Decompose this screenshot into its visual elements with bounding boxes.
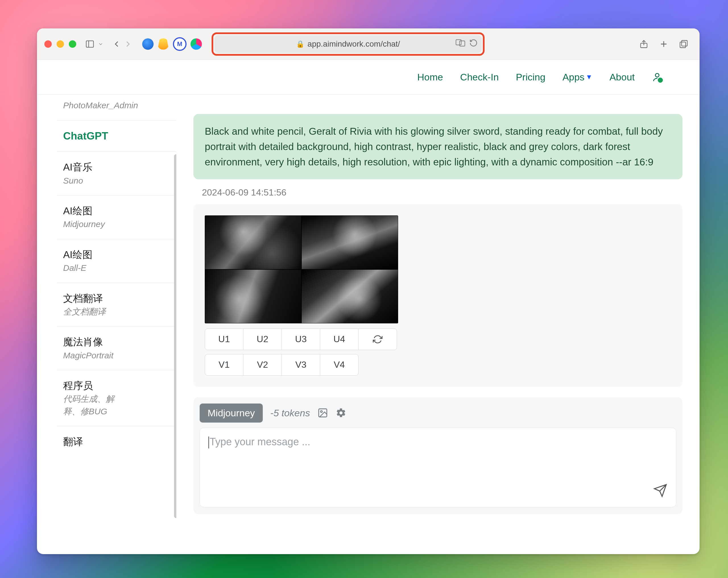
sidebar-toggle-group [84,38,104,50]
nav-home[interactable]: Home [417,72,443,83]
extension-icon-2[interactable] [158,38,169,50]
svg-rect-0 [86,40,94,47]
url-text: app.aimindwork.com/chat/ [307,39,400,49]
sidebar-item-sub: 全文档翻译 [63,305,114,318]
message-input[interactable]: Type your message ... [200,428,676,507]
nav-pricing[interactable]: Pricing [516,72,545,83]
image-upload-icon[interactable] [317,408,328,418]
u4-button[interactable]: U4 [320,329,359,350]
svg-rect-2 [456,40,461,45]
composer-toolbar: Midjourney -5 tokens [200,404,676,422]
svg-rect-7 [682,40,687,46]
image-variant-4[interactable] [302,269,398,323]
sidebar-item-title: 程序员 [63,379,170,392]
sidebar-item-sub: PhotoMaker_Admin [63,99,170,112]
text-caret [208,437,209,448]
sidebar-menu-chevron-icon[interactable] [97,38,104,50]
sidebar-item-title: ChatGPT [63,129,170,143]
svg-rect-3 [460,41,465,46]
sidebar-item-sub: MagicPortrait [63,349,114,362]
extension-icon-3[interactable]: M [173,37,186,51]
back-button[interactable] [111,38,122,50]
address-bar[interactable]: 🔒 app.aimindwork.com/chat/ [214,35,482,53]
sidebar-item-doctranslate[interactable]: 文档翻译 全文档翻译 [57,283,176,327]
image-variant-3[interactable] [205,269,302,323]
message-placeholder: Type your message ... [210,436,310,447]
forward-button[interactable] [122,38,134,50]
translate-icon[interactable] [456,39,465,49]
share-icon[interactable] [638,38,650,50]
send-button[interactable] [653,484,668,500]
sidebar-item-sub: Midjourney [63,218,114,230]
composer: Midjourney -5 tokens Type your message .… [193,397,682,514]
tabs-overview-icon[interactable] [678,38,689,50]
sidebar-item-title: AI绘图 [63,204,170,217]
response-card: U1 U2 U3 U4 V1 V2 V3 V4 [193,204,682,387]
status-dot-icon [657,77,664,84]
token-cost: -5 tokens [270,408,310,419]
message-timestamp: 2024-06-09 14:51:56 [202,187,682,198]
address-bar-highlight: 🔒 app.aimindwork.com/chat/ [212,32,485,56]
page-content: Home Check-In Pricing Apps▼ About PhotoM… [37,60,700,554]
reroll-button[interactable] [358,329,397,350]
v1-button[interactable]: V1 [205,354,243,376]
v2-button[interactable]: V2 [243,354,282,376]
sidebar-item-title: AI绘图 [63,248,170,261]
image-variant-2[interactable] [302,215,398,269]
reload-icon[interactable] [469,39,478,49]
sidebar-scrollbar[interactable] [174,154,176,518]
extension-icon-4[interactable] [190,38,202,50]
sidebar-item-suno[interactable]: AI音乐 Suno [57,152,176,195]
sidebar-toggle-icon[interactable] [84,38,96,50]
close-window-button[interactable] [44,40,52,48]
upscale-buttons-row: U1 U2 U3 U4 [205,329,671,350]
sidebar: PhotoMaker_Admin ChatGPT AI音乐 Suno AI绘图 … [57,94,176,554]
sidebar-item-dalle[interactable]: AI绘图 Dall-E [57,239,176,283]
sidebar-item-title: AI音乐 [63,160,170,174]
browser-toolbar: M 🔒 app.aimindwork.com/chat/ [37,28,700,60]
sidebar-item-title: 魔法肖像 [63,335,170,349]
user-prompt-bubble: Black and white pencil, Geralt of Rivia … [193,114,682,179]
variation-buttons-row: V1 V2 V3 V4 [205,354,671,376]
sidebar-item-midjourney[interactable]: AI绘图 Midjourney [57,195,176,239]
sidebar-item-title: 翻译 [63,435,170,448]
nav-apps-label: Apps [563,72,585,82]
toolbar-right [638,38,692,50]
caret-down-icon: ▼ [586,73,592,81]
nav-apps[interactable]: Apps▼ [563,72,592,83]
site-nav: Home Check-In Pricing Apps▼ About [37,60,700,94]
image-variant-1[interactable] [205,215,302,269]
u3-button[interactable]: U3 [282,329,320,350]
model-pill[interactable]: Midjourney [200,404,263,422]
zoom-window-button[interactable] [69,40,76,48]
account-icon[interactable] [652,72,662,82]
nav-checkin[interactable]: Check-In [460,72,499,83]
sidebar-item-sub: 代码生成、解释、修BUG [63,393,114,417]
sidebar-item-title: 文档翻译 [63,292,170,305]
u2-button[interactable]: U2 [243,329,282,350]
sidebar-item-programmer[interactable]: 程序员 代码生成、解释、修BUG [57,370,176,426]
svg-point-11 [320,411,322,412]
sidebar-item-sub: Dall-E [63,262,114,274]
sidebar-item-translate[interactable]: 翻译 [57,426,176,448]
svg-rect-8 [680,42,686,48]
extension-icons: M [142,37,202,51]
svg-point-9 [655,73,659,77]
sidebar-item-photomaker[interactable]: PhotoMaker_Admin [57,94,176,120]
minimize-window-button[interactable] [57,40,64,48]
window-controls [44,40,76,48]
generated-image-grid[interactable] [205,215,398,323]
settings-icon[interactable] [336,408,346,418]
browser-window: M 🔒 app.aimindwork.com/chat/ [37,28,700,554]
v3-button[interactable]: V3 [282,354,320,376]
user-prompt-text: Black and white pencil, Geralt of Rivia … [205,126,663,167]
sidebar-item-magicportrait[interactable]: 魔法肖像 MagicPortrait [57,327,176,370]
u1-button[interactable]: U1 [205,329,243,350]
body-row: PhotoMaker_Admin ChatGPT AI音乐 Suno AI绘图 … [37,94,700,554]
lock-icon: 🔒 [296,40,305,48]
new-tab-icon[interactable] [658,38,670,50]
nav-about[interactable]: About [609,72,635,83]
sidebar-item-chatgpt[interactable]: ChatGPT [57,120,176,152]
v4-button[interactable]: V4 [320,354,359,376]
extension-icon-1[interactable] [142,38,154,50]
